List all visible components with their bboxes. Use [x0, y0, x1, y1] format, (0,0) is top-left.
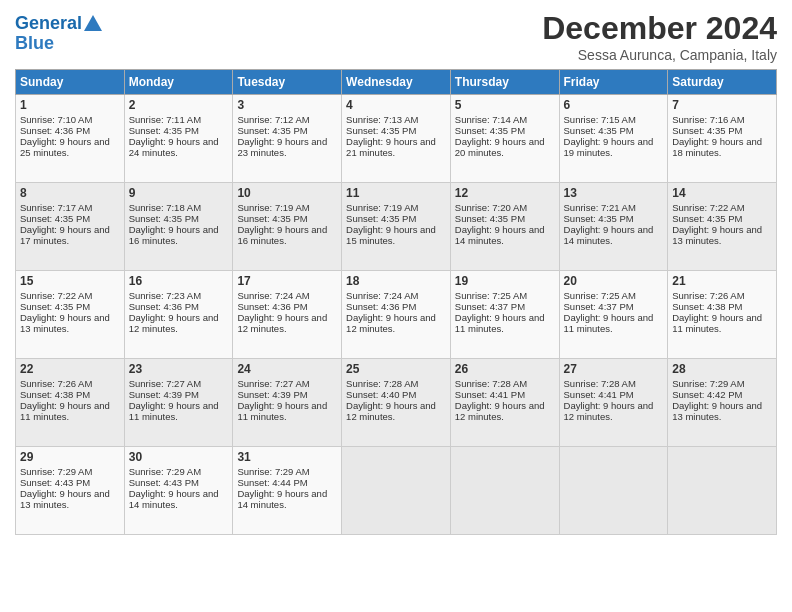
day-number: 26: [455, 362, 555, 376]
day-number: 22: [20, 362, 120, 376]
day-info: Sunrise: 7:13 AM Sunset: 4:35 PM Dayligh…: [346, 114, 446, 158]
table-row: 24Sunrise: 7:27 AM Sunset: 4:39 PM Dayli…: [233, 359, 342, 447]
day-number: 19: [455, 274, 555, 288]
day-info: Sunrise: 7:29 AM Sunset: 4:42 PM Dayligh…: [672, 378, 772, 422]
table-row: 6Sunrise: 7:15 AM Sunset: 4:35 PM Daylig…: [559, 95, 668, 183]
table-row: 3Sunrise: 7:12 AM Sunset: 4:35 PM Daylig…: [233, 95, 342, 183]
table-row: [559, 447, 668, 535]
day-info: Sunrise: 7:25 AM Sunset: 4:37 PM Dayligh…: [564, 290, 664, 334]
table-row: 18Sunrise: 7:24 AM Sunset: 4:36 PM Dayli…: [342, 271, 451, 359]
day-info: Sunrise: 7:22 AM Sunset: 4:35 PM Dayligh…: [672, 202, 772, 246]
day-number: 14: [672, 186, 772, 200]
day-number: 2: [129, 98, 229, 112]
day-info: Sunrise: 7:16 AM Sunset: 4:35 PM Dayligh…: [672, 114, 772, 158]
table-row: 20Sunrise: 7:25 AM Sunset: 4:37 PM Dayli…: [559, 271, 668, 359]
day-info: Sunrise: 7:28 AM Sunset: 4:41 PM Dayligh…: [455, 378, 555, 422]
table-row: 28Sunrise: 7:29 AM Sunset: 4:42 PM Dayli…: [668, 359, 777, 447]
table-row: 12Sunrise: 7:20 AM Sunset: 4:35 PM Dayli…: [450, 183, 559, 271]
table-row: 11Sunrise: 7:19 AM Sunset: 4:35 PM Dayli…: [342, 183, 451, 271]
day-number: 8: [20, 186, 120, 200]
day-info: Sunrise: 7:29 AM Sunset: 4:43 PM Dayligh…: [20, 466, 120, 510]
table-row: 5Sunrise: 7:14 AM Sunset: 4:35 PM Daylig…: [450, 95, 559, 183]
day-number: 23: [129, 362, 229, 376]
table-row: 29Sunrise: 7:29 AM Sunset: 4:43 PM Dayli…: [16, 447, 125, 535]
page: General Blue December 2024 Sessa Aurunca…: [0, 0, 792, 612]
table-row: 10Sunrise: 7:19 AM Sunset: 4:35 PM Dayli…: [233, 183, 342, 271]
day-info: Sunrise: 7:18 AM Sunset: 4:35 PM Dayligh…: [129, 202, 229, 246]
logo-text2: Blue: [15, 34, 102, 54]
day-info: Sunrise: 7:12 AM Sunset: 4:35 PM Dayligh…: [237, 114, 337, 158]
week-row: 8Sunrise: 7:17 AM Sunset: 4:35 PM Daylig…: [16, 183, 777, 271]
table-row: 2Sunrise: 7:11 AM Sunset: 4:35 PM Daylig…: [124, 95, 233, 183]
day-number: 28: [672, 362, 772, 376]
day-info: Sunrise: 7:10 AM Sunset: 4:36 PM Dayligh…: [20, 114, 120, 158]
table-row: 17Sunrise: 7:24 AM Sunset: 4:36 PM Dayli…: [233, 271, 342, 359]
day-info: Sunrise: 7:28 AM Sunset: 4:41 PM Dayligh…: [564, 378, 664, 422]
day-info: Sunrise: 7:17 AM Sunset: 4:35 PM Dayligh…: [20, 202, 120, 246]
day-info: Sunrise: 7:28 AM Sunset: 4:40 PM Dayligh…: [346, 378, 446, 422]
day-info: Sunrise: 7:20 AM Sunset: 4:35 PM Dayligh…: [455, 202, 555, 246]
day-number: 4: [346, 98, 446, 112]
day-number: 12: [455, 186, 555, 200]
week-row: 29Sunrise: 7:29 AM Sunset: 4:43 PM Dayli…: [16, 447, 777, 535]
table-row: 1Sunrise: 7:10 AM Sunset: 4:36 PM Daylig…: [16, 95, 125, 183]
day-info: Sunrise: 7:19 AM Sunset: 4:35 PM Dayligh…: [237, 202, 337, 246]
week-row: 15Sunrise: 7:22 AM Sunset: 4:35 PM Dayli…: [16, 271, 777, 359]
col-saturday: Saturday: [668, 70, 777, 95]
day-number: 7: [672, 98, 772, 112]
day-number: 3: [237, 98, 337, 112]
day-info: Sunrise: 7:27 AM Sunset: 4:39 PM Dayligh…: [129, 378, 229, 422]
logo-icon: [84, 14, 102, 32]
day-info: Sunrise: 7:19 AM Sunset: 4:35 PM Dayligh…: [346, 202, 446, 246]
col-wednesday: Wednesday: [342, 70, 451, 95]
week-row: 22Sunrise: 7:26 AM Sunset: 4:38 PM Dayli…: [16, 359, 777, 447]
title-block: December 2024 Sessa Aurunca, Campania, I…: [542, 10, 777, 63]
day-number: 5: [455, 98, 555, 112]
logo: General Blue: [15, 14, 102, 54]
header-row: Sunday Monday Tuesday Wednesday Thursday…: [16, 70, 777, 95]
table-row: 30Sunrise: 7:29 AM Sunset: 4:43 PM Dayli…: [124, 447, 233, 535]
day-info: Sunrise: 7:15 AM Sunset: 4:35 PM Dayligh…: [564, 114, 664, 158]
table-row: 21Sunrise: 7:26 AM Sunset: 4:38 PM Dayli…: [668, 271, 777, 359]
table-row: 16Sunrise: 7:23 AM Sunset: 4:36 PM Dayli…: [124, 271, 233, 359]
day-number: 1: [20, 98, 120, 112]
day-info: Sunrise: 7:26 AM Sunset: 4:38 PM Dayligh…: [672, 290, 772, 334]
table-row: 8Sunrise: 7:17 AM Sunset: 4:35 PM Daylig…: [16, 183, 125, 271]
table-row: 23Sunrise: 7:27 AM Sunset: 4:39 PM Dayli…: [124, 359, 233, 447]
day-info: Sunrise: 7:21 AM Sunset: 4:35 PM Dayligh…: [564, 202, 664, 246]
logo-text: General: [15, 14, 82, 34]
header: General Blue December 2024 Sessa Aurunca…: [15, 10, 777, 63]
table-row: 14Sunrise: 7:22 AM Sunset: 4:35 PM Dayli…: [668, 183, 777, 271]
day-info: Sunrise: 7:14 AM Sunset: 4:35 PM Dayligh…: [455, 114, 555, 158]
day-info: Sunrise: 7:22 AM Sunset: 4:35 PM Dayligh…: [20, 290, 120, 334]
col-sunday: Sunday: [16, 70, 125, 95]
table-row: 13Sunrise: 7:21 AM Sunset: 4:35 PM Dayli…: [559, 183, 668, 271]
week-row: 1Sunrise: 7:10 AM Sunset: 4:36 PM Daylig…: [16, 95, 777, 183]
day-number: 29: [20, 450, 120, 464]
table-row: [342, 447, 451, 535]
day-number: 25: [346, 362, 446, 376]
day-info: Sunrise: 7:29 AM Sunset: 4:43 PM Dayligh…: [129, 466, 229, 510]
day-number: 27: [564, 362, 664, 376]
table-row: 26Sunrise: 7:28 AM Sunset: 4:41 PM Dayli…: [450, 359, 559, 447]
day-info: Sunrise: 7:24 AM Sunset: 4:36 PM Dayligh…: [237, 290, 337, 334]
day-info: Sunrise: 7:11 AM Sunset: 4:35 PM Dayligh…: [129, 114, 229, 158]
day-number: 6: [564, 98, 664, 112]
day-info: Sunrise: 7:26 AM Sunset: 4:38 PM Dayligh…: [20, 378, 120, 422]
table-row: 31Sunrise: 7:29 AM Sunset: 4:44 PM Dayli…: [233, 447, 342, 535]
col-friday: Friday: [559, 70, 668, 95]
col-tuesday: Tuesday: [233, 70, 342, 95]
table-row: 7Sunrise: 7:16 AM Sunset: 4:35 PM Daylig…: [668, 95, 777, 183]
table-row: 27Sunrise: 7:28 AM Sunset: 4:41 PM Dayli…: [559, 359, 668, 447]
table-row: [668, 447, 777, 535]
day-number: 20: [564, 274, 664, 288]
day-number: 16: [129, 274, 229, 288]
day-number: 13: [564, 186, 664, 200]
day-number: 10: [237, 186, 337, 200]
day-info: Sunrise: 7:24 AM Sunset: 4:36 PM Dayligh…: [346, 290, 446, 334]
day-number: 30: [129, 450, 229, 464]
calendar: Sunday Monday Tuesday Wednesday Thursday…: [15, 69, 777, 535]
table-row: 19Sunrise: 7:25 AM Sunset: 4:37 PM Dayli…: [450, 271, 559, 359]
day-number: 17: [237, 274, 337, 288]
svg-marker-0: [84, 15, 102, 31]
